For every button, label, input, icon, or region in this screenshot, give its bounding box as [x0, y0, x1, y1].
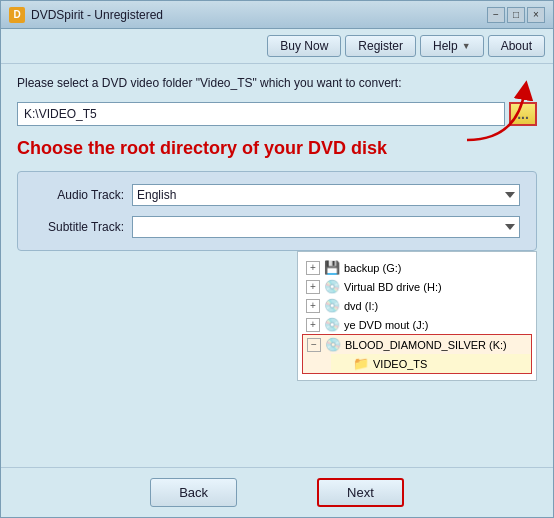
tree-item-blood-diamond[interactable]: − 💿 BLOOD_DIAMOND_SILVER (K:)	[303, 335, 531, 354]
folder-icon-video-ts: 📁	[353, 356, 369, 371]
minimize-button[interactable]: −	[487, 7, 505, 23]
subtitle-track-label: Subtitle Track:	[34, 220, 124, 234]
help-button[interactable]: Help ▼	[420, 35, 484, 57]
tree-item-virtual-bd[interactable]: + 💿 Virtual BD drive (H:)	[302, 277, 532, 296]
tree-item-video-ts[interactable]: 📁 VIDEO_TS	[331, 354, 531, 373]
bottom-bar: Back Next	[1, 467, 553, 517]
drive-icon-blood-diamond: 💿	[325, 337, 341, 352]
tree-item-label-blood-diamond: BLOOD_DIAMOND_SILVER (K:)	[345, 339, 507, 351]
expander-backup[interactable]: +	[306, 261, 320, 275]
drive-icon-ye-dvd: 💿	[324, 317, 340, 332]
expander-blood-diamond[interactable]: −	[307, 338, 321, 352]
next-button[interactable]: Next	[317, 478, 404, 507]
drive-icon-virtual-bd: 💿	[324, 279, 340, 294]
tree-panel: + 💾 backup (G:) + 💿 Virtual BD drive (H:…	[297, 251, 537, 381]
drive-icon-backup: 💾	[324, 260, 340, 275]
tree-item-label-ye-dvd: ye DVD mout (J:)	[344, 319, 428, 331]
maximize-button[interactable]: □	[507, 7, 525, 23]
main-window: D DVDSpirit - Unregistered − □ × Buy Now…	[0, 0, 554, 518]
help-dropdown-arrow: ▼	[462, 41, 471, 51]
about-button[interactable]: About	[488, 35, 545, 57]
tree-item-label-virtual-bd: Virtual BD drive (H:)	[344, 281, 442, 293]
subtitle-track-row: Subtitle Track:	[34, 216, 520, 238]
tree-child-video-ts: 📁 VIDEO_TS	[331, 354, 531, 373]
browse-button[interactable]: ...	[509, 102, 537, 126]
register-button[interactable]: Register	[345, 35, 416, 57]
title-bar: D DVDSpirit - Unregistered − □ ×	[1, 1, 553, 29]
instruction-text: Please select a DVD video folder "Video_…	[17, 76, 537, 90]
tree-item-ye-dvd[interactable]: + 💿 ye DVD mout (J:)	[302, 315, 532, 334]
window-controls: − □ ×	[487, 7, 545, 23]
app-icon: D	[9, 7, 25, 23]
audio-track-label: Audio Track:	[34, 188, 124, 202]
path-input[interactable]	[17, 102, 505, 126]
expander-ye-dvd[interactable]: +	[306, 318, 320, 332]
drive-icon-dvd: 💿	[324, 298, 340, 313]
close-button[interactable]: ×	[527, 7, 545, 23]
subtitle-track-select[interactable]	[132, 216, 520, 238]
audio-track-select[interactable]: English	[132, 184, 520, 206]
buy-now-button[interactable]: Buy Now	[267, 35, 341, 57]
main-content: Please select a DVD video folder "Video_…	[1, 64, 553, 467]
path-area: ...	[17, 102, 537, 126]
tree-item-label-backup: backup (G:)	[344, 262, 401, 274]
choose-hint-text: Choose the root directory of your DVD di…	[17, 138, 537, 159]
back-button[interactable]: Back	[150, 478, 237, 507]
tracks-panel: Audio Track: English Subtitle Track:	[17, 171, 537, 251]
tree-item-dvd[interactable]: + 💿 dvd (I:)	[302, 296, 532, 315]
tree-item-label-dvd: dvd (I:)	[344, 300, 378, 312]
expander-virtual-bd[interactable]: +	[306, 280, 320, 294]
audio-track-row: Audio Track: English	[34, 184, 520, 206]
tree-item-blood-diamond-container: − 💿 BLOOD_DIAMOND_SILVER (K:) 📁 VIDEO_TS	[302, 334, 532, 374]
expander-dvd[interactable]: +	[306, 299, 320, 313]
toolbar: Buy Now Register Help ▼ About	[1, 29, 553, 64]
window-title: DVDSpirit - Unregistered	[31, 8, 487, 22]
path-row: ...	[17, 102, 537, 126]
tree-item-label-video-ts: VIDEO_TS	[373, 358, 427, 370]
tree-item-backup[interactable]: + 💾 backup (G:)	[302, 258, 532, 277]
